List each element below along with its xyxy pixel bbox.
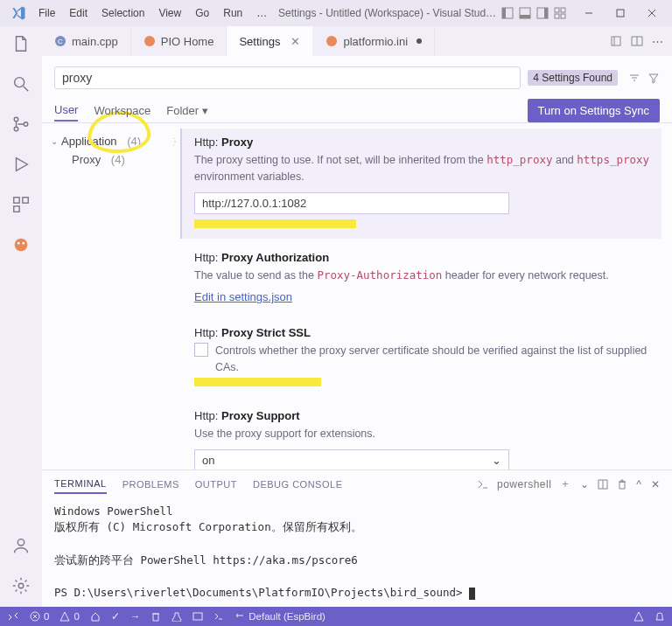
status-feedback-icon[interactable] [634,611,644,622]
toc-item-application[interactable]: ⌄ Application (4) [47,132,168,150]
menu-edit[interactable]: Edit [62,3,94,23]
window-title: Settings - Untitled (Workspace) - Visual… [274,7,500,19]
menu-go[interactable]: Go [188,3,216,23]
settings-sync-button[interactable]: Turn on Settings Sync [528,99,660,122]
http-proxy-input[interactable] [194,192,509,214]
edit-in-settings-json-link[interactable]: Edit in settings.json [194,290,292,303]
proxy-strict-ssl-checkbox[interactable] [194,343,208,357]
open-editor-icon[interactable] [610,35,622,47]
status-remote[interactable] [7,610,19,623]
svg-point-25 [18,539,24,546]
explorer-icon[interactable] [9,31,33,56]
setting-http-proxy-strict-ssl: Http: Proxy Strict SSL Controls whether … [180,319,662,397]
new-terminal-icon[interactable]: ＋ [560,476,571,491]
layout-panel-left-icon[interactable] [500,6,514,20]
tab-settings[interactable]: Settings ✕ [227,26,313,56]
svg-point-17 [14,127,18,131]
more-actions-icon[interactable]: ⋯ [652,35,663,48]
gear-icon[interactable] [173,136,177,148]
split-terminal-icon[interactable] [598,479,608,490]
svg-point-26 [18,583,24,588]
setting-title-prefix: Http: [194,136,221,149]
close-icon[interactable]: ✕ [290,35,300,48]
chevron-down-icon: ⌄ [492,454,501,467]
setting-title-prefix: Http: [194,251,221,264]
titlebar: File Edit Selection View Go Run … Settin… [0,0,672,26]
terminal-body[interactable]: Windows PowerShell 版权所有 (C) Microsoft Co… [42,498,672,608]
status-test-icon[interactable] [172,611,182,622]
svg-rect-21 [14,206,19,212]
platformio-icon[interactable] [9,233,33,257]
results-count-badge: 4 Settings Found [528,70,618,86]
panel-tab-output[interactable]: OUTPUT [195,476,237,493]
panel-tab-terminal[interactable]: TERMINAL [54,475,107,494]
menu-run[interactable]: Run [216,3,249,23]
annotation-highlight [194,219,356,228]
tab-pio-home[interactable]: PIO Home [131,26,228,56]
scope-tab-workspace[interactable]: Workspace [94,101,150,121]
status-serial-icon[interactable] [192,611,203,622]
panel-tab-problems[interactable]: PROBLEMS [122,476,179,493]
menu-more[interactable]: … [249,3,274,23]
scope-tab-user[interactable]: User [54,100,78,122]
toc-label: Application [61,135,117,148]
setting-title-prefix: Http: [194,409,221,422]
kill-terminal-icon[interactable] [617,479,627,490]
chevron-down-icon[interactable]: ⌄ [580,478,590,490]
status-env-switcher[interactable]: Default (EspBird) [234,611,326,622]
extensions-icon[interactable] [9,192,33,217]
close-button[interactable] [637,1,667,25]
proxy-support-select[interactable]: on ⌄ [194,449,509,470]
toc-item-proxy[interactable]: Proxy (4) [47,150,168,169]
panel-tab-debug-console[interactable]: DEBUG CONSOLE [253,476,342,493]
setting-title-prefix: Http: [194,326,221,339]
svg-rect-7 [561,8,565,12]
settings-search-input[interactable] [54,66,521,89]
status-warnings[interactable]: 0 [60,611,79,622]
settings-gear-icon[interactable] [9,574,33,598]
menu-file[interactable]: File [32,3,62,23]
menu-selection[interactable]: Selection [94,3,151,23]
settings-list: Http: Proxy The proxy setting to use. If… [173,123,672,470]
search-icon[interactable] [9,72,33,96]
clear-search-icon[interactable] [628,72,640,84]
minimize-button[interactable] [574,1,604,25]
setting-title-name: Proxy Support [221,409,300,422]
scope-tab-folder[interactable]: Folder ▾ [166,101,208,121]
pio-icon [144,35,156,47]
status-errors[interactable]: 0 [30,611,49,622]
cpp-file-icon: C [54,35,66,47]
folder-label: Folder [166,104,199,117]
maximize-panel-icon[interactable]: ^ [636,478,641,490]
setting-http-proxy-support: Http: Proxy Support Use the proxy suppor… [180,402,662,470]
layout-customize-icon[interactable] [553,6,567,20]
close-panel-icon[interactable]: ✕ [651,478,661,490]
tab-platformio-ini[interactable]: platformio.ini [313,26,435,56]
layout-panel-right-icon[interactable] [536,6,550,20]
status-terminal-icon[interactable] [214,611,224,622]
terminal-cursor [469,588,475,600]
accounts-icon[interactable] [9,533,33,558]
split-editor-icon[interactable] [631,35,643,47]
layout-panel-bottom-icon[interactable] [518,6,532,20]
svg-rect-8 [555,14,559,18]
chevron-down-icon: ⌄ [51,136,58,146]
status-pio-home-icon[interactable] [90,611,101,622]
setting-title-name: Proxy Strict SSL [221,326,311,339]
status-build-icon[interactable]: ✓ [111,610,120,623]
setting-title-name: Proxy [221,136,253,149]
tab-label: PIO Home [161,35,214,48]
status-clean-icon[interactable] [150,611,161,622]
terminal-profile-label[interactable]: powershell [497,478,551,490]
status-upload-icon[interactable]: → [130,611,141,622]
filter-icon[interactable] [648,72,660,84]
source-control-icon[interactable] [9,112,33,136]
run-debug-icon[interactable] [9,152,33,177]
svg-rect-6 [555,8,559,12]
maximize-button[interactable] [606,1,635,25]
menu-view[interactable]: View [151,3,188,23]
status-notifications-icon[interactable] [654,611,665,622]
svg-point-29 [144,36,155,46]
tab-main-cpp[interactable]: C main.cpp [42,26,131,56]
chevron-down-icon: ▾ [202,104,208,117]
